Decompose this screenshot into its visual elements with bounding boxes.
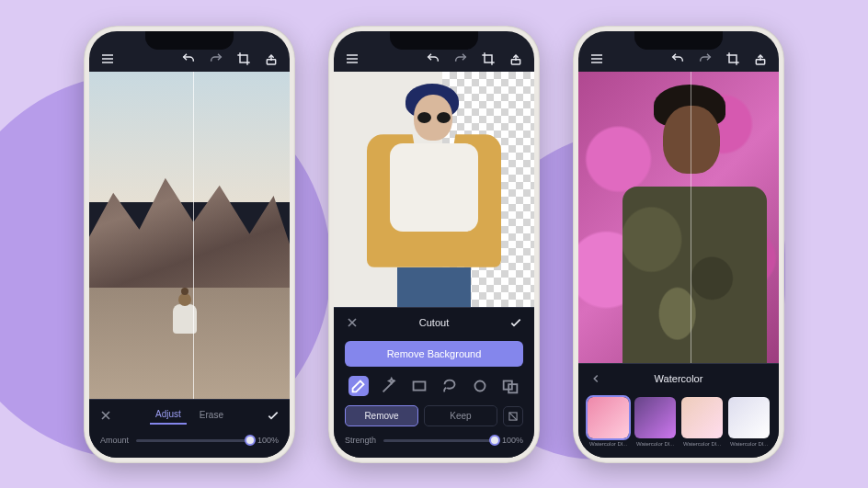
redo-icon	[453, 51, 468, 66]
share-icon[interactable]	[264, 51, 279, 66]
rect-tool-icon[interactable]	[409, 376, 429, 396]
phone-2: Cutout Remove Background Remove Keep	[328, 26, 540, 463]
strength-slider[interactable]	[383, 439, 495, 442]
share-icon[interactable]	[753, 51, 768, 66]
filter-thumb-1[interactable]: Watercolor Dl...	[588, 397, 629, 447]
redo-icon	[209, 51, 223, 66]
menu-icon[interactable]	[100, 51, 115, 66]
split-divider[interactable]	[193, 72, 194, 399]
lasso-tool-icon[interactable]	[440, 376, 460, 396]
panel-title: Watercolor	[602, 373, 755, 384]
slider-label: Strength	[345, 436, 376, 445]
filter-thumb-2[interactable]: Watercolor Dl...	[634, 397, 676, 447]
segment-keep[interactable]: Keep	[424, 405, 497, 426]
notch	[390, 31, 478, 50]
split-divider[interactable]	[691, 72, 691, 363]
undo-icon[interactable]	[426, 51, 440, 66]
canvas-filter-preview[interactable]	[578, 72, 779, 363]
filter-thumbs: Watercolor Dl... Watercolor Dl... Waterc…	[578, 393, 779, 458]
filter-thumb-4[interactable]: Watercolor Dl...	[728, 397, 770, 447]
notch	[634, 31, 723, 50]
menu-icon[interactable]	[345, 51, 360, 66]
brush-tool-icon[interactable]	[348, 376, 369, 396]
thumb-label: Watercolor Dl...	[681, 441, 723, 447]
undo-icon[interactable]	[181, 51, 196, 66]
thumb-label: Watercolor Dl...	[588, 441, 629, 447]
panel-title: Cutout	[419, 317, 449, 328]
slider-value: 100%	[257, 436, 279, 445]
tab-adjust[interactable]: Adjust	[150, 405, 187, 425]
thumb-label: Watercolor Dl...	[634, 441, 676, 447]
phones-row: Adjust Erase Amount 100%	[0, 0, 868, 463]
canvas-cutout-preview[interactable]	[334, 72, 534, 307]
cutout-tool-row	[334, 370, 534, 402]
back-icon[interactable]	[589, 371, 602, 386]
slider-label: Amount	[100, 436, 129, 445]
ellipse-tool-icon[interactable]	[470, 376, 490, 396]
invert-icon[interactable]	[503, 406, 523, 426]
crop-icon[interactable]	[725, 51, 740, 66]
close-icon[interactable]	[345, 315, 360, 330]
menu-icon[interactable]	[589, 51, 604, 66]
crop-icon[interactable]	[481, 51, 496, 66]
wand-tool-icon[interactable]	[379, 376, 399, 396]
share-icon[interactable]	[508, 51, 523, 66]
tab-erase[interactable]: Erase	[194, 406, 229, 424]
filter-thumb-3[interactable]: Watercolor Dl...	[681, 397, 723, 447]
thumb-label: Watercolor Dl...	[728, 441, 770, 447]
crop-icon[interactable]	[236, 51, 251, 66]
notch	[145, 31, 234, 50]
segment-remove[interactable]: Remove	[345, 405, 418, 426]
remove-background-button[interactable]: Remove Background	[345, 341, 523, 367]
svg-rect-2	[413, 381, 425, 390]
redo-icon	[698, 51, 713, 66]
close-icon[interactable]	[98, 408, 113, 423]
slider-value: 100%	[502, 436, 523, 445]
confirm-icon[interactable]	[508, 315, 523, 330]
svg-point-3	[474, 381, 485, 392]
watercolor-panel: Watercolor Watercolor Dl... Watercolor D…	[578, 363, 779, 458]
canvas-adjust-preview[interactable]	[89, 72, 290, 399]
adjust-panel: Adjust Erase Amount 100%	[89, 399, 290, 458]
confirm-icon[interactable]	[266, 408, 280, 423]
undo-icon[interactable]	[670, 51, 685, 66]
phone-1: Adjust Erase Amount 100%	[84, 26, 295, 463]
subtract-tool-icon[interactable]	[500, 376, 520, 396]
phone-3: Watercolor Watercolor Dl... Watercolor D…	[573, 26, 784, 463]
cutout-panel: Cutout Remove Background Remove Keep	[334, 307, 534, 458]
amount-slider[interactable]	[136, 439, 250, 442]
